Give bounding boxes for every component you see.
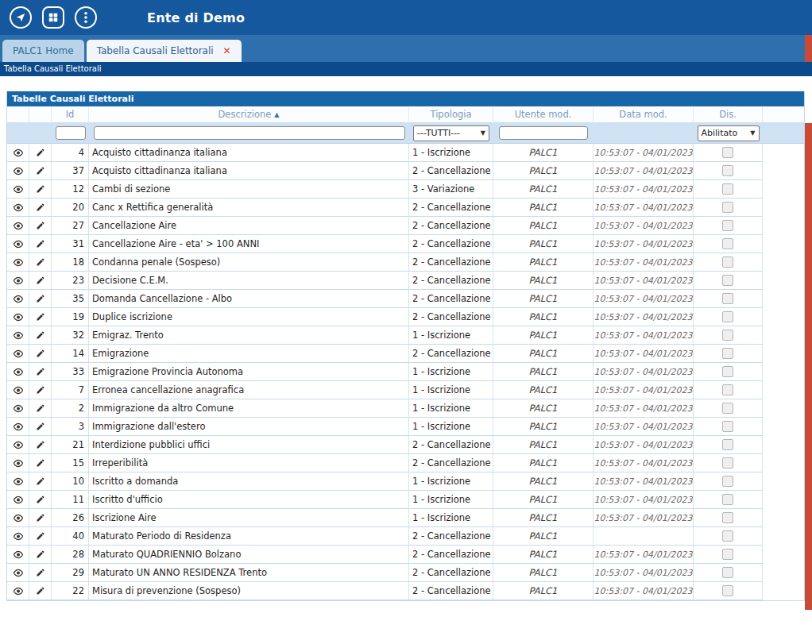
view-row-button[interactable] [7, 399, 29, 418]
dis-checkbox [722, 567, 733, 578]
view-row-button[interactable] [7, 326, 29, 345]
edit-row-button[interactable] [29, 509, 52, 527]
row-data-mod: 10:53:07 - 04/01/2023 [594, 381, 694, 399]
column-label: Tipologia [431, 109, 472, 120]
view-row-button[interactable] [7, 253, 29, 272]
row-tipologia: 1 - Iscrizione [409, 381, 493, 399]
row-data-mod: 10:53:07 - 04/01/2023 [594, 345, 694, 363]
view-row-button[interactable] [7, 235, 29, 253]
row-dis-cell [694, 290, 763, 308]
edit-row-button[interactable] [29, 180, 52, 199]
row-descrizione: Domanda Cancellazione - Albo [89, 290, 409, 308]
column-header-dis[interactable]: Dis. [694, 106, 763, 123]
column-label: Dis. [719, 109, 737, 120]
view-row-button[interactable] [7, 546, 29, 564]
rocket-icon[interactable] [10, 6, 32, 29]
row-tipologia: 2 - Cancellazione [409, 199, 493, 217]
view-row-button[interactable] [7, 436, 29, 454]
view-row-button[interactable] [7, 582, 29, 600]
column-header-id[interactable]: Id [52, 106, 89, 123]
edit-row-button[interactable] [29, 326, 52, 345]
table-rows: 4 Acquisto cittadinanza italiana 1 - Isc… [7, 144, 804, 600]
row-utente: PALC1 [493, 472, 594, 491]
view-row-button[interactable] [7, 454, 29, 472]
view-row-button[interactable] [7, 272, 29, 290]
edit-row-button[interactable] [29, 217, 52, 235]
edit-row-button[interactable] [29, 308, 52, 326]
view-row-button[interactable] [7, 509, 29, 527]
kebab-menu-icon[interactable] [75, 6, 97, 29]
view-row-button[interactable] [7, 527, 29, 546]
edit-row-button[interactable] [29, 162, 52, 180]
view-row-button[interactable] [7, 418, 29, 436]
edit-row-button[interactable] [29, 436, 52, 454]
pencil-icon [36, 403, 45, 413]
edit-row-button[interactable] [29, 199, 52, 217]
edit-row-button[interactable] [29, 345, 52, 363]
eye-icon [13, 313, 24, 322]
edit-row-button[interactable] [29, 472, 52, 491]
view-row-button[interactable] [7, 363, 29, 381]
close-tab-icon[interactable]: ✕ [223, 45, 231, 56]
edit-row-button[interactable] [29, 272, 52, 290]
view-row-button[interactable] [7, 472, 29, 491]
apps-grid-icon[interactable] [42, 6, 64, 29]
row-filler [763, 290, 804, 308]
view-row-button[interactable] [7, 345, 29, 363]
row-utente: PALC1 [493, 436, 594, 454]
edit-row-button[interactable] [29, 546, 52, 564]
tab-tabella-causali-elettorali[interactable]: Tabella Causali Elettorali ✕ [87, 40, 242, 62]
row-tipologia: 2 - Cancellazione [409, 345, 493, 363]
id-filter-input[interactable] [56, 126, 86, 140]
column-header-tipologia[interactable]: Tipologia [409, 106, 493, 123]
row-descrizione: Emigrazione [89, 345, 409, 363]
eye-icon [13, 441, 24, 449]
edit-row-button[interactable] [29, 527, 52, 546]
row-dis-cell [694, 582, 763, 600]
table-row: 2 Immigrazione da altro Comune 1 - Iscri… [7, 399, 804, 418]
view-row-button[interactable] [7, 144, 29, 162]
view-row-button[interactable] [7, 564, 29, 582]
row-filler [763, 144, 804, 162]
view-row-button[interactable] [7, 180, 29, 199]
edit-row-button[interactable] [29, 381, 52, 399]
edit-row-button[interactable] [29, 253, 52, 272]
row-data-mod: 10:53:07 - 04/01/2023 [594, 308, 694, 326]
edit-row-button[interactable] [29, 491, 52, 509]
utente-filter-input[interactable] [499, 126, 588, 140]
tab-bar: PALC1 Home Tabella Causali Elettorali ✕ [0, 35, 812, 62]
edit-row-button[interactable] [29, 454, 52, 472]
edit-row-button[interactable] [29, 582, 52, 600]
dis-filter-select[interactable]: Abilitato ▼ [698, 125, 760, 141]
edit-row-button[interactable] [29, 144, 52, 162]
row-dis-cell [694, 454, 763, 472]
eye-icon [13, 477, 24, 486]
view-row-button[interactable] [7, 217, 29, 235]
table-row: 32 Emigraz. Trento 1 - Iscrizione PALC1 … [7, 326, 804, 345]
view-row-button[interactable] [7, 491, 29, 509]
column-header-utente-mod[interactable]: Utente mod. [493, 106, 594, 123]
view-row-button[interactable] [7, 290, 29, 308]
view-row-button[interactable] [7, 162, 29, 180]
row-tipologia: 1 - Iscrizione [409, 363, 493, 381]
edit-row-button[interactable] [29, 363, 52, 381]
column-header-descrizione[interactable]: Descrizione ▲ [89, 106, 409, 123]
descrizione-filter-input[interactable] [94, 126, 405, 140]
row-filler [763, 363, 804, 381]
eye-icon [13, 185, 24, 194]
edit-row-button[interactable] [29, 399, 52, 418]
column-label: Utente mod. [515, 109, 572, 120]
edit-row-button[interactable] [29, 418, 52, 436]
column-header-data-mod[interactable]: Data mod. [594, 106, 694, 123]
edit-row-button[interactable] [29, 235, 52, 253]
row-dis-cell [694, 253, 763, 272]
view-row-button[interactable] [7, 199, 29, 217]
edit-row-button[interactable] [29, 290, 52, 308]
edit-row-button[interactable] [29, 564, 52, 582]
tipologia-filter-select[interactable]: ---TUTTI--- ▼ [413, 125, 489, 141]
view-row-button[interactable] [7, 381, 29, 399]
row-tipologia: 2 - Cancellazione [409, 217, 493, 235]
row-descrizione: Erronea cancellazione anagrafica [89, 381, 409, 399]
tab-palc1-home[interactable]: PALC1 Home [2, 40, 84, 62]
view-row-button[interactable] [7, 308, 29, 326]
